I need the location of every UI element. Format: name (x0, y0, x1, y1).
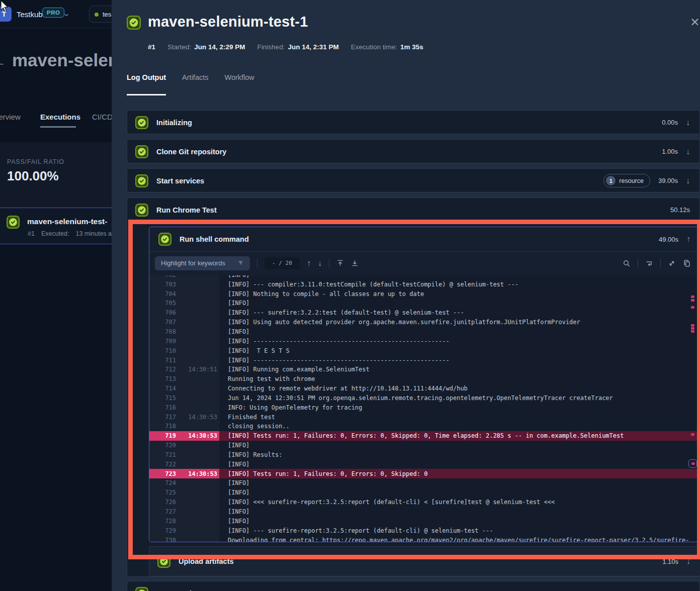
minimap-marker[interactable] (691, 296, 694, 298)
log-text: [INFO] --- compiler:3.11.0:testCompile (… (219, 281, 518, 288)
minimap-marker[interactable] (691, 324, 694, 327)
log-gutter: 72314:30:53 (149, 469, 219, 478)
log-output: 702[INFO]703[INFO] --- compiler:3.11.0:t… (149, 275, 700, 542)
log-text: [INFO] Tests run: 1, Failures: 0, Errors… (219, 469, 700, 478)
tab-workflow[interactable]: Workflow (224, 73, 254, 87)
search-icon (623, 259, 631, 267)
log-gutter: 714 (149, 384, 219, 393)
keyword-placeholder: Highlight for keywords (161, 259, 225, 267)
log-text: [INFO] <<< surefire-report:3.2.5:report … (219, 499, 555, 506)
next-match-button[interactable]: ↓ (318, 259, 322, 267)
step-row-stop-services[interactable]: Stop services 1.03s ↓ (127, 581, 700, 591)
step-row-initializing[interactable]: Initializing 0.00s ↓ (127, 110, 700, 134)
chevron-down-icon[interactable]: ⌄ (63, 8, 70, 19)
tab-executions[interactable]: Executions (40, 113, 80, 121)
down-arrow-icon: ↓ (318, 259, 322, 267)
collapse-arrow-icon[interactable]: ↓ (686, 177, 690, 185)
log-line: 720[INFO] (149, 441, 700, 450)
minimap-marker[interactable] (691, 306, 694, 309)
step-header[interactable]: Run Chrome Test 50.12s (127, 198, 699, 222)
log-timestamp: 14:30:53 (178, 414, 217, 421)
step-row-upload-artifacts[interactable]: Upload artifacts 1.10s ↓ (149, 546, 700, 576)
environment-selector[interactable]: tes (89, 6, 112, 23)
log-line: 721[INFO] Results: (149, 450, 700, 460)
status-check-icon (127, 16, 141, 30)
log-line-number: 707 (149, 319, 176, 326)
prev-match-button[interactable]: ↑ (307, 259, 311, 267)
close-button[interactable]: ✕ (688, 15, 700, 29)
testkube-logo[interactable]: T (0, 7, 12, 22)
collapse-arrow-icon[interactable]: ↓ (686, 119, 690, 127)
minimap-marker[interactable] (691, 330, 694, 333)
scroll-top-icon (336, 259, 344, 267)
match-counter: - / 20 (265, 257, 300, 269)
fullscreen-button[interactable] (668, 259, 676, 267)
keyword-filter-input[interactable]: Highlight for keywords (155, 256, 250, 270)
step-duration: 1.00s (662, 148, 678, 155)
wrap-lines-button[interactable] (645, 259, 653, 267)
log-text: [INFO] --- surefire-report:3.2.5:report … (219, 527, 493, 534)
log-line: 727[INFO] (149, 507, 700, 517)
log-text: Jun 14, 2024 12:30:51 PM org.openqa.sele… (219, 395, 613, 402)
log-line-number: 708 (149, 328, 176, 335)
executed-label: Executed: (41, 230, 69, 237)
minimap-marker[interactable] (691, 299, 694, 302)
scroll-bottom-icon (351, 259, 359, 267)
active-tab-underline (40, 126, 76, 128)
back-arrow-icon[interactable]: ← (0, 54, 6, 70)
log-text: [INFO] (219, 508, 249, 515)
shell-step-header[interactable]: Run shell command 49.00s ↑ (149, 227, 700, 252)
env-name: tes (103, 11, 111, 18)
log-gutter: 71914:30:53 (149, 431, 219, 441)
log-line: 71714:30:53Finished test (149, 412, 700, 422)
execution-drawer: maven-selenium-test-1 ✕ #1 Started:Jun 1… (112, 0, 700, 591)
log-text: closing session.. (219, 423, 290, 430)
wrap-icon (645, 259, 653, 267)
step-row-start-services[interactable]: Start services 1 resource 39.00s ↓ (127, 168, 700, 192)
left-page: T Testkube PRO ⌄ tes ← maven-selen vervi… (0, 0, 112, 591)
log-gutter: 715 (149, 393, 219, 403)
collapse-arrow-icon[interactable]: ↓ (686, 148, 690, 156)
log-lines: 702[INFO]703[INFO] --- compiler:3.11.0:t… (149, 275, 700, 542)
log-gutter: 727 (149, 507, 219, 517)
tab-log-output[interactable]: Log Output (127, 73, 166, 87)
collapse-arrow-icon[interactable]: ↓ (686, 557, 690, 565)
log-gutter: 730 (149, 535, 219, 542)
step-row-clone-git[interactable]: Clone Git repository 1.00s ↓ (127, 139, 700, 163)
log-gutter: 709 (149, 336, 219, 346)
scroll-to-top-button[interactable] (336, 259, 344, 267)
copy-button[interactable] (683, 259, 691, 267)
tab-overview[interactable]: verview (0, 113, 21, 121)
run-shell-command-panel: Run shell command 49.00s ↑ Highlight for… (149, 227, 700, 542)
log-line-number: 713 (149, 375, 176, 382)
log-line-number: 703 (149, 281, 176, 288)
execution-list-item[interactable]: maven-selenium-test- #1 Executed: 13 min… (0, 208, 112, 244)
log-gutter: 711 (149, 355, 219, 365)
metrics-card: PASS/FAIL RATIO 100.00% (0, 142, 112, 208)
collapse-up-icon[interactable]: ↑ (686, 235, 690, 243)
log-line: 716INFO: Using OpenTelemetry for tracing (149, 403, 700, 412)
log-gutter: 705 (149, 299, 219, 308)
minimap-marker[interactable] (691, 433, 694, 436)
step-check-icon (135, 204, 148, 217)
minimap-current-marker[interactable] (688, 459, 697, 468)
tab-artifacts[interactable]: Artifacts (182, 73, 208, 87)
search-button[interactable] (623, 259, 631, 267)
tab-cicd[interactable]: CI/CD (92, 113, 112, 121)
collapse-arrow-icon[interactable]: ↓ (686, 589, 690, 591)
execution-time-label: Execution time: (351, 43, 397, 51)
log-line-number: 727 (149, 508, 176, 515)
scroll-to-bottom-button[interactable] (351, 259, 359, 267)
log-gutter: 716 (149, 403, 219, 412)
resource-badge: 1 resource (603, 174, 650, 187)
execution-subtitle: #1 Executed: 13 minutes a (28, 230, 112, 237)
log-line-number: 728 (149, 518, 176, 525)
log-gutter: 726 (149, 498, 219, 507)
log-link[interactable]: https://repo.maven.apache.org/maven2/org… (322, 537, 689, 542)
log-line: 711[INFO] ------------------------------… (149, 355, 700, 365)
step-row-run-chrome-test: Run Chrome Test 50.12s Run shell command… (127, 198, 700, 577)
log-text: [INFO] (219, 328, 249, 335)
step-label: Upload artifacts (179, 557, 234, 565)
step-check-icon (157, 555, 170, 568)
minimap-marker[interactable] (691, 327, 694, 330)
